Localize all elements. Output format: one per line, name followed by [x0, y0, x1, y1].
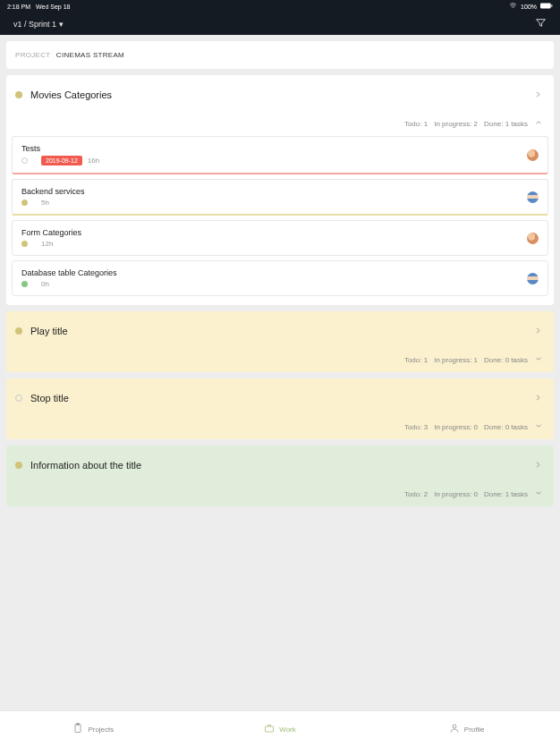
- battery-percent: 100%: [521, 4, 537, 10]
- caret-down-icon: ▾: [59, 20, 64, 29]
- status-dot-icon: [15, 395, 22, 402]
- task-name: Tests: [21, 144, 527, 153]
- section-stop-title: Stop title Todo: 3 In progress: 0 Done: …: [6, 378, 554, 439]
- nav-label: Projects: [88, 726, 114, 734]
- task-row[interactable]: Form Categories 12h: [12, 220, 548, 256]
- section-header[interactable]: Play title: [6, 311, 554, 351]
- section-movies-categories: Movies Categories Todo: 1 In progress: 2…: [6, 75, 554, 305]
- battery-icon: [540, 3, 553, 10]
- section-stats[interactable]: Todo: 3 In progress: 0 Done: 0 tasks: [6, 418, 554, 439]
- status-dot-icon: [15, 462, 22, 469]
- filter-icon[interactable]: [535, 16, 547, 32]
- task-status-dot-icon: [21, 281, 28, 287]
- hours-label: 5h: [41, 199, 49, 207]
- svg-rect-4: [266, 726, 274, 732]
- chevron-right-icon: [533, 390, 543, 406]
- hours-label: 0h: [41, 280, 49, 288]
- chevron-down-icon[interactable]: [534, 421, 543, 432]
- nav-label: Work: [279, 726, 296, 734]
- bottom-nav: Projects Work Profile: [0, 710, 560, 747]
- task-name: Backend services: [21, 187, 527, 196]
- section-title: Movies Categories: [30, 89, 533, 100]
- task-name: Database table Categories: [21, 268, 527, 277]
- person-icon: [449, 723, 460, 735]
- section-stats[interactable]: Todo: 1 In progress: 1 Done: 0 tasks: [6, 351, 554, 372]
- task-status-dot-icon: [21, 199, 28, 206]
- task-row[interactable]: Database table Categories 0h: [12, 260, 548, 296]
- hours-label: 12h: [41, 240, 53, 248]
- assignee-avatar[interactable]: [527, 191, 539, 203]
- done-count: Done: 0 tasks: [484, 356, 528, 364]
- assignee-avatar[interactable]: [527, 233, 539, 244]
- section-information: Information about the title Todo: 2 In p…: [6, 446, 554, 506]
- progress-count: In progress: 2: [434, 120, 478, 128]
- chevron-down-icon[interactable]: [534, 488, 543, 499]
- status-dot-icon: [15, 91, 22, 98]
- task-row[interactable]: Backend services 5h: [12, 179, 548, 216]
- section-title: Stop title: [30, 393, 533, 403]
- svg-rect-1: [551, 4, 552, 6]
- task-status-dot-icon: [21, 241, 28, 247]
- hours-label: 16h: [88, 157, 99, 165]
- briefcase-icon: [264, 723, 275, 735]
- section-header[interactable]: Movies Categories: [6, 75, 554, 115]
- assignee-avatar[interactable]: [527, 149, 539, 161]
- section-title: Play title: [30, 326, 533, 336]
- status-bar: 2:18 PM Wed Sep 18 100%: [0, 0, 560, 13]
- assignee-avatar[interactable]: [527, 273, 539, 284]
- todo-count: Todo: 1: [404, 356, 428, 364]
- header: v1 / Sprint 1 ▾: [0, 13, 560, 35]
- nav-work[interactable]: Work: [187, 711, 374, 747]
- progress-count: In progress: 1: [434, 356, 478, 364]
- status-date: Wed Sep 18: [36, 4, 70, 10]
- chevron-down-icon[interactable]: [534, 354, 543, 365]
- section-stats[interactable]: Todo: 1 In progress: 2 Done: 1 tasks: [6, 115, 554, 136]
- done-count: Done: 1 tasks: [484, 120, 528, 128]
- section-stats[interactable]: Todo: 2 In progress: 0 Done: 1 tasks: [6, 485, 554, 506]
- task-row[interactable]: Tests 2019-09-12 16h: [12, 136, 548, 174]
- done-count: Done: 0 tasks: [484, 423, 528, 431]
- done-count: Done: 1 tasks: [484, 490, 528, 498]
- sprint-selector[interactable]: v1 / Sprint 1 ▾: [13, 20, 64, 29]
- task-name: Form Categories: [21, 228, 527, 237]
- section-header[interactable]: Information about the title: [6, 446, 554, 485]
- wifi-icon: [509, 2, 517, 11]
- svg-rect-0: [540, 4, 551, 9]
- clipboard-icon: [72, 723, 83, 735]
- nav-profile[interactable]: Profile: [373, 711, 560, 747]
- section-play-title: Play title Todo: 1 In progress: 1 Done: …: [6, 311, 554, 372]
- breadcrumb-name: CINEMAS STREAM: [56, 51, 124, 59]
- task-list: Tests 2019-09-12 16h Backend services 5h: [6, 136, 554, 296]
- chevron-right-icon: [533, 323, 543, 339]
- due-date-badge: 2019-09-12: [41, 156, 82, 166]
- section-header[interactable]: Stop title: [6, 378, 554, 418]
- nav-label: Profile: [464, 726, 485, 734]
- progress-count: In progress: 0: [434, 490, 478, 498]
- status-dot-icon: [15, 327, 22, 335]
- progress-count: In progress: 0: [434, 423, 478, 431]
- todo-count: Todo: 1: [404, 120, 428, 128]
- todo-count: Todo: 2: [404, 490, 428, 498]
- section-title: Information about the title: [30, 460, 533, 471]
- nav-projects[interactable]: Projects: [0, 711, 187, 747]
- task-status-dot-icon: [21, 157, 28, 164]
- chevron-right-icon: [533, 87, 543, 103]
- chevron-up-icon[interactable]: [534, 118, 543, 129]
- breadcrumb-label: PROJECT: [15, 51, 50, 59]
- breadcrumb[interactable]: PROJECT CINEMAS STREAM: [6, 41, 554, 69]
- svg-point-5: [453, 725, 456, 728]
- content-scroll[interactable]: PROJECT CINEMAS STREAM Movies Categories…: [0, 35, 560, 710]
- chevron-right-icon: [533, 457, 543, 473]
- todo-count: Todo: 3: [404, 423, 428, 431]
- status-time: 2:18 PM: [7, 4, 30, 10]
